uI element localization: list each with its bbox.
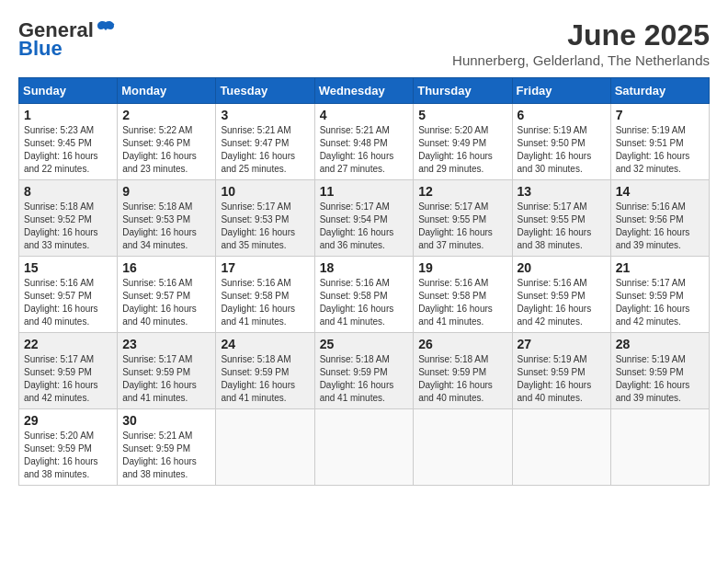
day-number: 15 [24, 260, 112, 275]
day-info: Sunrise: 5:19 AMSunset: 9:59 PMDaylight:… [518, 353, 606, 405]
day-number: 26 [418, 337, 506, 351]
calendar-day-cell: 2Sunrise: 5:22 AMSunset: 9:46 PMDaylight… [118, 104, 216, 180]
day-info: Sunrise: 5:16 AMSunset: 9:57 PMDaylight:… [122, 277, 210, 328]
day-number: 18 [320, 260, 409, 275]
day-number: 2 [122, 108, 210, 122]
calendar-day-cell: 9Sunrise: 5:18 AMSunset: 9:53 PMDaylight… [118, 180, 216, 257]
calendar-day-cell: 20Sunrise: 5:16 AMSunset: 9:59 PMDayligh… [512, 257, 610, 333]
day-info: Sunrise: 5:19 AMSunset: 9:51 PMDaylight:… [616, 124, 704, 176]
day-number: 28 [616, 337, 704, 351]
day-number: 24 [221, 337, 309, 351]
day-of-week-header: Monday [118, 78, 216, 104]
calendar-day-cell: 14Sunrise: 5:16 AMSunset: 9:56 PMDayligh… [610, 180, 709, 257]
day-of-week-header: Friday [512, 78, 610, 104]
calendar-day-cell: 17Sunrise: 5:16 AMSunset: 9:58 PMDayligh… [216, 257, 314, 333]
day-info: Sunrise: 5:16 AMSunset: 9:57 PMDaylight:… [24, 277, 112, 328]
calendar-day-cell: 3Sunrise: 5:21 AMSunset: 9:47 PMDaylight… [216, 104, 314, 180]
day-info: Sunrise: 5:20 AMSunset: 9:49 PMDaylight:… [418, 124, 506, 176]
calendar-day-cell: 25Sunrise: 5:18 AMSunset: 9:59 PMDayligh… [314, 333, 414, 409]
day-info: Sunrise: 5:17 AMSunset: 9:53 PMDaylight:… [221, 201, 309, 252]
day-info: Sunrise: 5:22 AMSunset: 9:46 PMDaylight:… [122, 124, 210, 176]
day-number: 19 [418, 260, 506, 275]
day-info: Sunrise: 5:21 AMSunset: 9:59 PMDaylight:… [122, 430, 210, 481]
calendar-day-cell [610, 409, 709, 486]
day-info: Sunrise: 5:17 AMSunset: 9:59 PMDaylight:… [24, 353, 112, 405]
day-number: 13 [518, 184, 606, 199]
day-info: Sunrise: 5:18 AMSunset: 9:53 PMDaylight:… [122, 201, 210, 252]
day-info: Sunrise: 5:18 AMSunset: 9:59 PMDaylight:… [418, 353, 506, 405]
day-info: Sunrise: 5:20 AMSunset: 9:59 PMDaylight:… [24, 430, 112, 481]
day-info: Sunrise: 5:16 AMSunset: 9:58 PMDaylight:… [221, 277, 309, 328]
title-area: June 2025 Hunnerberg, Gelderland, The Ne… [452, 18, 710, 68]
calendar-day-cell [512, 409, 610, 486]
day-of-week-header: Sunday [19, 78, 118, 104]
day-info: Sunrise: 5:17 AMSunset: 9:59 PMDaylight:… [122, 353, 210, 405]
logo-blue-text: Blue [18, 37, 63, 61]
day-info: Sunrise: 5:16 AMSunset: 9:56 PMDaylight:… [616, 201, 704, 252]
day-number: 27 [518, 337, 606, 351]
day-number: 30 [122, 413, 210, 428]
calendar-day-cell: 7Sunrise: 5:19 AMSunset: 9:51 PMDaylight… [610, 104, 709, 180]
calendar-day-cell: 27Sunrise: 5:19 AMSunset: 9:59 PMDayligh… [512, 333, 610, 409]
calendar-day-cell: 11Sunrise: 5:17 AMSunset: 9:54 PMDayligh… [314, 180, 414, 257]
day-info: Sunrise: 5:16 AMSunset: 9:58 PMDaylight:… [418, 277, 506, 328]
day-number: 5 [418, 108, 506, 122]
day-number: 17 [221, 260, 309, 275]
day-number: 14 [616, 184, 704, 199]
calendar-day-cell: 24Sunrise: 5:18 AMSunset: 9:59 PMDayligh… [216, 333, 314, 409]
calendar-week-row: 29Sunrise: 5:20 AMSunset: 9:59 PMDayligh… [19, 409, 710, 486]
calendar-day-cell [216, 409, 314, 486]
day-info: Sunrise: 5:23 AMSunset: 9:45 PMDaylight:… [24, 124, 112, 176]
calendar-day-cell: 4Sunrise: 5:21 AMSunset: 9:48 PMDaylight… [314, 104, 414, 180]
day-number: 11 [320, 184, 409, 199]
calendar-day-cell: 28Sunrise: 5:19 AMSunset: 9:59 PMDayligh… [610, 333, 709, 409]
calendar-day-cell: 13Sunrise: 5:17 AMSunset: 9:55 PMDayligh… [512, 180, 610, 257]
month-year-title: June 2025 [452, 18, 710, 52]
day-number: 10 [221, 184, 309, 199]
day-number: 12 [418, 184, 506, 199]
day-number: 1 [24, 108, 112, 122]
calendar-week-row: 8Sunrise: 5:18 AMSunset: 9:52 PMDaylight… [19, 180, 710, 257]
day-number: 23 [122, 337, 210, 351]
day-info: Sunrise: 5:17 AMSunset: 9:55 PMDaylight:… [518, 201, 606, 252]
calendar-week-row: 22Sunrise: 5:17 AMSunset: 9:59 PMDayligh… [19, 333, 710, 409]
day-number: 21 [616, 260, 704, 275]
day-info: Sunrise: 5:21 AMSunset: 9:47 PMDaylight:… [221, 124, 309, 176]
calendar-day-cell: 30Sunrise: 5:21 AMSunset: 9:59 PMDayligh… [118, 409, 216, 486]
calendar-table: SundayMondayTuesdayWednesdayThursdayFrid… [18, 77, 710, 486]
day-number: 16 [122, 260, 210, 275]
day-number: 9 [122, 184, 210, 199]
logo: General Blue [18, 18, 116, 61]
day-number: 3 [221, 108, 309, 122]
calendar-header-row: SundayMondayTuesdayWednesdayThursdayFrid… [19, 78, 710, 104]
calendar-day-cell: 5Sunrise: 5:20 AMSunset: 9:49 PMDaylight… [414, 104, 512, 180]
day-info: Sunrise: 5:16 AMSunset: 9:58 PMDaylight:… [320, 277, 409, 328]
calendar-day-cell: 8Sunrise: 5:18 AMSunset: 9:52 PMDaylight… [19, 180, 118, 257]
day-of-week-header: Tuesday [216, 78, 314, 104]
calendar-day-cell: 10Sunrise: 5:17 AMSunset: 9:53 PMDayligh… [216, 180, 314, 257]
calendar-day-cell: 23Sunrise: 5:17 AMSunset: 9:59 PMDayligh… [118, 333, 216, 409]
day-info: Sunrise: 5:16 AMSunset: 9:59 PMDaylight:… [518, 277, 606, 328]
calendar-day-cell: 12Sunrise: 5:17 AMSunset: 9:55 PMDayligh… [414, 180, 512, 257]
day-number: 8 [24, 184, 112, 199]
calendar-day-cell: 1Sunrise: 5:23 AMSunset: 9:45 PMDaylight… [19, 104, 118, 180]
location-text: Hunnerberg, Gelderland, The Netherlands [452, 52, 710, 68]
day-info: Sunrise: 5:17 AMSunset: 9:54 PMDaylight:… [320, 201, 409, 252]
calendar-day-cell: 18Sunrise: 5:16 AMSunset: 9:58 PMDayligh… [314, 257, 414, 333]
day-number: 20 [518, 260, 606, 275]
calendar-week-row: 1Sunrise: 5:23 AMSunset: 9:45 PMDaylight… [19, 104, 710, 180]
calendar-day-cell [314, 409, 414, 486]
calendar-day-cell: 19Sunrise: 5:16 AMSunset: 9:58 PMDayligh… [414, 257, 512, 333]
logo-bird-icon [96, 18, 116, 39]
calendar-day-cell: 21Sunrise: 5:17 AMSunset: 9:59 PMDayligh… [610, 257, 709, 333]
day-number: 29 [24, 413, 112, 428]
calendar-day-cell [414, 409, 512, 486]
day-info: Sunrise: 5:19 AMSunset: 9:59 PMDaylight:… [616, 353, 704, 405]
calendar-week-row: 15Sunrise: 5:16 AMSunset: 9:57 PMDayligh… [19, 257, 710, 333]
calendar-day-cell: 15Sunrise: 5:16 AMSunset: 9:57 PMDayligh… [19, 257, 118, 333]
day-info: Sunrise: 5:18 AMSunset: 9:52 PMDaylight:… [24, 201, 112, 252]
day-info: Sunrise: 5:21 AMSunset: 9:48 PMDaylight:… [320, 124, 409, 176]
day-info: Sunrise: 5:18 AMSunset: 9:59 PMDaylight:… [221, 353, 309, 405]
day-number: 4 [320, 108, 409, 122]
calendar-day-cell: 26Sunrise: 5:18 AMSunset: 9:59 PMDayligh… [414, 333, 512, 409]
